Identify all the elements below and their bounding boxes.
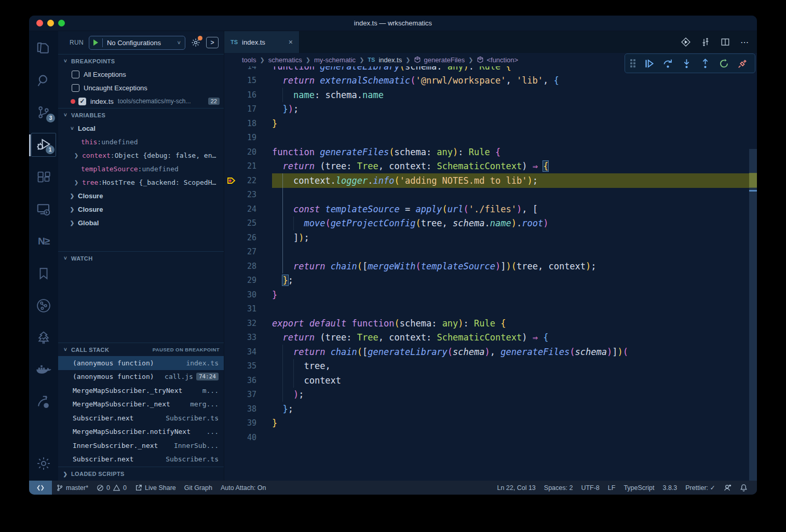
source-control-icon[interactable]: 3 (31, 101, 56, 125)
chevron-right-icon[interactable]: ❯ (73, 153, 80, 158)
variable-scope-row[interactable]: ˅Local (58, 121, 224, 135)
restart-button[interactable] (719, 59, 729, 69)
loaded-scripts-section-header[interactable]: ❯ LOADED SCRIPTS (58, 467, 224, 481)
code-line[interactable]: 36 context (224, 373, 757, 388)
code-line[interactable]: 22 context.logger.info('adding NOTES.md … (224, 173, 757, 188)
breakpoints-section-header[interactable]: ˅ BREAKPOINTS (58, 54, 224, 67)
close-window-button[interactable] (36, 20, 43, 26)
code-line[interactable]: 20function generateFiles(schema: any): R… (224, 145, 757, 159)
code-line[interactable]: 39} (224, 416, 757, 431)
remote-explorer-icon[interactable] (31, 197, 56, 221)
breadcrumb-item[interactable]: tools (242, 56, 256, 64)
prettier-status[interactable]: Prettier: ✓ (681, 481, 720, 495)
close-tab-icon[interactable]: × (289, 38, 293, 46)
code-line[interactable]: 19 (224, 131, 757, 145)
notifications-bell-icon[interactable] (736, 481, 752, 495)
code-line[interactable]: 31 (224, 302, 757, 317)
breadcrumb-item[interactable]: <function> (477, 56, 518, 64)
step-out-button[interactable] (700, 59, 710, 69)
call-stack-frame[interactable]: Subscriber.nextSubscriber.ts (58, 453, 224, 467)
typescript-version-status[interactable]: 3.8.3 (658, 481, 681, 495)
call-stack-frame[interactable]: InnerSubscriber._nextInnerSub... (58, 439, 224, 453)
continue-button[interactable] (644, 59, 654, 69)
breadcrumb-item[interactable]: schematics (268, 56, 302, 64)
search-icon[interactable] (31, 69, 56, 92)
more-actions-icon[interactable]: ⋯ (740, 37, 750, 47)
call-stack-frame[interactable]: Subscriber.nextSubscriber.ts (58, 411, 224, 425)
bookmarks-icon[interactable] (31, 262, 56, 285)
variable-row[interactable]: ❯tree: HostTree {_backend: ScopedH… (58, 175, 224, 189)
breakpoint-row[interactable]: All Exceptions (58, 67, 224, 81)
docker-icon[interactable] (31, 358, 56, 382)
variable-row[interactable]: ❯context: Object {debug: false, en… (58, 148, 224, 162)
code-line[interactable]: 32export default function(schema: any): … (224, 316, 757, 331)
code-line[interactable]: 25 move(getProjectConfig(tree, schema.na… (224, 216, 757, 231)
variable-scope-row[interactable]: ❯Global (58, 216, 224, 229)
step-into-button[interactable] (682, 59, 692, 69)
variable-scope-row[interactable]: ❯Closure (58, 202, 224, 216)
split-editor-icon[interactable] (721, 37, 730, 47)
maximize-window-button[interactable] (58, 20, 65, 26)
code-line[interactable]: 27 (224, 245, 757, 260)
debug-console-button[interactable]: > (206, 37, 219, 48)
code-line[interactable]: 37 ); (224, 388, 757, 402)
code-line[interactable]: 29 }; (224, 274, 757, 288)
problems-status[interactable]: 0 0 (92, 481, 131, 495)
breakpoint-row[interactable]: Uncaught Exceptions (58, 81, 224, 94)
call-stack-frame[interactable]: MergeMapSubscriber._nextmerg... (58, 398, 224, 412)
call-stack-frame[interactable]: MergeMapSubscriber._tryNextm... (58, 384, 224, 398)
feedback-icon[interactable] (720, 481, 736, 495)
minimize-window-button[interactable] (47, 20, 54, 26)
breakpoint-row[interactable]: ✓index.tstools/schematics/my-sch...22 (58, 94, 224, 108)
debug-settings-button[interactable] (191, 37, 201, 48)
variable-row[interactable]: this: undefined (58, 135, 224, 148)
code-line[interactable]: 26 ]); (224, 230, 757, 245)
editor-scrollbar[interactable] (749, 149, 757, 481)
chevron-right-icon[interactable]: ❯ (73, 180, 80, 185)
call-stack-section-header[interactable]: ˅ CALL STACK PAUSED ON BREAKPOINT (58, 343, 224, 356)
code-line[interactable]: 28 return chain([mergeWith(templateSourc… (224, 259, 757, 274)
call-stack-frame[interactable]: (anonymous function)index.ts (58, 356, 224, 370)
code-line[interactable]: 21 return (tree: Tree, context: Schemati… (224, 159, 757, 174)
code-line[interactable]: 15 return externalSchematic('@nrwl/works… (224, 74, 757, 88)
indentation-status[interactable]: Spaces: 2 (540, 481, 577, 495)
start-debug-icon[interactable] (93, 39, 98, 46)
breakpoint-checkbox[interactable] (72, 84, 79, 92)
chevron-right-icon[interactable]: ❯ (69, 193, 76, 199)
code-area[interactable]: 14function generateLibrary(schema: any):… (224, 59, 757, 481)
breadcrumb-item[interactable]: my-schematic (314, 56, 356, 64)
git-graph-icon[interactable] (31, 294, 56, 318)
breadcrumb-item[interactable]: index.ts (378, 56, 402, 64)
variable-scope-row[interactable]: ❯Closure (58, 189, 224, 202)
live-share-button[interactable]: Live Share (131, 481, 180, 495)
settings-gear-icon[interactable] (31, 452, 56, 475)
code-line[interactable]: 17 }); (224, 102, 757, 117)
drag-grip[interactable] (630, 59, 635, 67)
code-line[interactable]: 33 return (tree: Tree, context: Schemati… (224, 331, 757, 345)
chevron-down-icon[interactable]: ˅ (69, 126, 76, 131)
call-stack-frame[interactable]: (anonymous function)call.js74:24 (58, 370, 224, 384)
extensions-icon[interactable] (31, 165, 56, 189)
launch-config-dropdown[interactable]: No Configurations ˅ (89, 36, 185, 50)
variables-section-header[interactable]: ˅ VARIABLES (58, 108, 224, 121)
call-stack-frame[interactable]: MergeMapSubscriber.notifyNext... (58, 425, 224, 439)
nx-console-icon[interactable]: N≥ (31, 229, 56, 253)
code-line[interactable]: 30} (224, 288, 757, 302)
cursor-position-status[interactable]: Ln 22, Col 13 (493, 481, 539, 495)
breakpoint-checkbox[interactable] (72, 71, 79, 78)
watch-section-header[interactable]: ˅ WATCH (58, 251, 224, 265)
remote-indicator[interactable] (29, 481, 52, 495)
tab-index-ts[interactable]: TS index.ts × (224, 31, 300, 53)
disconnect-button[interactable] (738, 59, 748, 69)
variable-row[interactable]: templateSource: undefined (58, 162, 224, 175)
todo-tree-icon[interactable] (31, 326, 56, 350)
code-line[interactable]: 38 }; (224, 402, 757, 416)
paused-breakpoint-arrow-icon[interactable] (224, 176, 238, 185)
code-line[interactable]: 23 (224, 188, 757, 202)
gitlens-icon[interactable] (31, 390, 56, 414)
step-over-button[interactable] (663, 59, 673, 69)
code-line[interactable]: 40 (224, 430, 757, 445)
chevron-right-icon[interactable]: ❯ (69, 207, 76, 212)
code-line[interactable]: 18} (224, 116, 757, 131)
language-mode-status[interactable]: TypeScript (619, 481, 658, 495)
